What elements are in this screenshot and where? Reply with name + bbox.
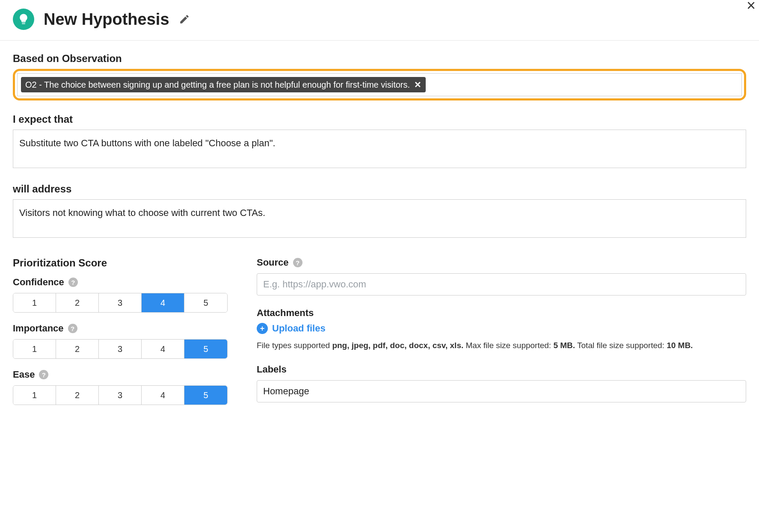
score-option[interactable]: 2 — [56, 293, 99, 312]
file-types-note: File types supported png, jpeg, pdf, doc… — [257, 339, 746, 352]
expect-input[interactable] — [13, 130, 746, 168]
file-note-part: Total file size supported: — [575, 341, 667, 350]
file-note-max: 5 MB. — [553, 341, 575, 350]
score-option[interactable]: 5 — [184, 340, 227, 358]
address-label: will address — [13, 183, 746, 195]
importance-label: Importance ? — [13, 323, 227, 334]
expect-label: I expect that — [13, 113, 746, 125]
close-icon[interactable]: × — [747, 0, 756, 15]
observation-input[interactable]: O2 - The choice between signing up and g… — [17, 73, 742, 96]
importance-label-text: Importance — [13, 323, 64, 334]
score-option[interactable]: 1 — [13, 340, 56, 358]
score-option[interactable]: 5 — [184, 293, 227, 312]
file-note-total: 10 MB. — [667, 341, 693, 350]
form-header: New Hypothesis × — [0, 0, 759, 41]
observation-highlight: O2 - The choice between signing up and g… — [13, 69, 746, 100]
upload-label: Upload files — [272, 323, 326, 334]
file-note-types: png, jpeg, pdf, doc, docx, csv, xls. — [332, 341, 463, 350]
file-note-part: File types supported — [257, 341, 332, 350]
observation-chip-text: O2 - The choice between signing up and g… — [25, 80, 410, 90]
attachments-heading: Attachments — [257, 307, 746, 319]
score-option[interactable]: 3 — [99, 340, 142, 358]
observation-chip: O2 - The choice between signing up and g… — [21, 77, 426, 92]
observation-label: Based on Observation — [13, 53, 746, 65]
page-title: New Hypothesis — [44, 10, 169, 29]
lightbulb-icon — [13, 9, 34, 30]
labels-heading: Labels — [257, 364, 746, 375]
source-label-text: Source — [257, 257, 289, 268]
source-input[interactable] — [257, 273, 746, 296]
score-option[interactable]: 2 — [56, 386, 99, 405]
ease-label: Ease ? — [13, 369, 227, 380]
lower-columns: Prioritization Score Confidence ? 1 2 3 … — [13, 257, 746, 415]
ease-label-text: Ease — [13, 369, 35, 380]
score-option[interactable]: 1 — [13, 386, 56, 405]
upload-files-button[interactable]: + Upload files — [257, 323, 326, 334]
meta-column: Source ? Attachments + Upload files File… — [257, 257, 746, 415]
score-option[interactable]: 1 — [13, 293, 56, 312]
score-option[interactable]: 4 — [142, 293, 184, 312]
address-input[interactable] — [13, 199, 746, 238]
score-option[interactable]: 2 — [56, 340, 99, 358]
help-icon[interactable]: ? — [68, 324, 77, 333]
source-label: Source ? — [257, 257, 746, 268]
confidence-label: Confidence ? — [13, 277, 227, 288]
edit-title-icon[interactable] — [179, 14, 190, 25]
score-option[interactable]: 5 — [184, 386, 227, 405]
help-icon[interactable]: ? — [39, 370, 48, 379]
ease-score: 1 2 3 4 5 — [13, 385, 228, 405]
importance-score: 1 2 3 4 5 — [13, 339, 228, 359]
labels-input[interactable] — [257, 380, 746, 402]
form-body: Based on Observation O2 - The choice bet… — [0, 41, 759, 428]
confidence-score: 1 2 3 4 5 — [13, 293, 228, 313]
help-icon[interactable]: ? — [293, 258, 302, 267]
confidence-label-text: Confidence — [13, 277, 64, 288]
file-note-part: Max file size supported: — [463, 341, 553, 350]
prioritization-column: Prioritization Score Confidence ? 1 2 3 … — [13, 257, 227, 415]
hypothesis-form: New Hypothesis × Based on Observation O2… — [0, 0, 759, 428]
score-option[interactable]: 3 — [99, 293, 142, 312]
score-option[interactable]: 4 — [142, 340, 184, 358]
chip-remove-icon[interactable]: ✕ — [414, 80, 421, 90]
plus-icon: + — [257, 323, 268, 334]
help-icon[interactable]: ? — [68, 278, 78, 287]
score-option[interactable]: 4 — [142, 386, 184, 405]
prioritization-heading: Prioritization Score — [13, 257, 227, 269]
score-option[interactable]: 3 — [99, 386, 142, 405]
